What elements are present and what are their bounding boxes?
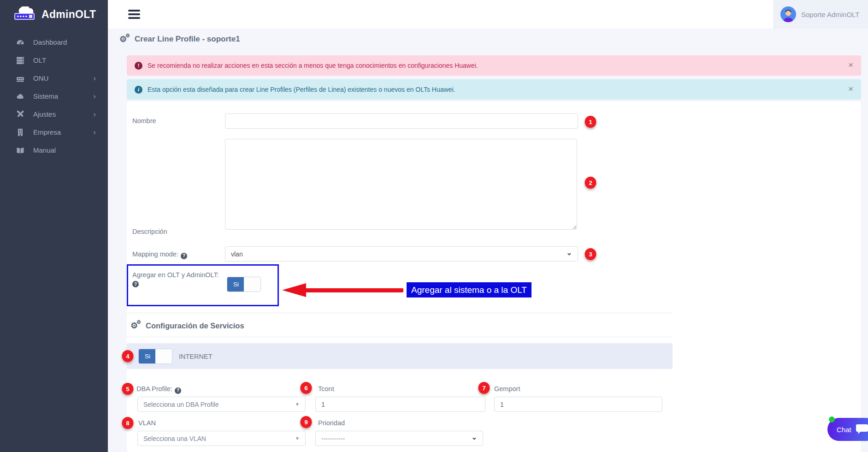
services-heading-row: ⚙⚙ Configuración de Servicios [130, 321, 244, 330]
sistema-icon [16, 92, 25, 101]
sidebar-item-label: Ajustes [33, 110, 56, 118]
prioridad-label: Prioridad [318, 419, 345, 427]
dropdown-arrow-icon: ▼ [295, 436, 300, 441]
toggle-on-label: Si [139, 349, 156, 363]
sidebar-item-label: ONU [33, 74, 48, 82]
alert-info-text: Esta opción esta diseñada para crear Lin… [148, 86, 455, 93]
sidebar-item-olt[interactable]: OLT [0, 51, 108, 69]
gemport-input[interactable] [494, 397, 662, 412]
divider [127, 337, 673, 337]
dashboard-icon [16, 38, 25, 47]
sidebar-item-manual[interactable]: Manual [0, 141, 108, 159]
topbar: Soporte AdminOLT [108, 0, 868, 29]
manual-icon [16, 146, 25, 155]
nombre-label: Nombre [132, 117, 156, 125]
user-menu[interactable]: Soporte AdminOLT [773, 0, 868, 29]
toggle-on-label: Si [227, 277, 245, 291]
vlan-select[interactable]: Selecciona una VLAN ▼ [137, 431, 306, 446]
sidebar-item-sistema[interactable]: Sistema › [0, 87, 108, 105]
annotation-badge-9: 9 [301, 416, 312, 428]
mapping-mode-select[interactable]: vlan ⌄ [225, 246, 578, 262]
internet-label: INTERNET [179, 353, 213, 360]
dba-profile-value: Selecciona un DBA Profile [143, 401, 218, 408]
tcont-label: Tcont [318, 385, 334, 393]
help-icon[interactable]: ? [181, 253, 187, 259]
sidebar-item-label: Dashboard [33, 38, 67, 46]
prioridad-value: ----------- [321, 435, 345, 442]
chat-bubble-icon [856, 423, 868, 435]
chevron-right-icon: › [93, 110, 96, 118]
prioridad-select[interactable]: ----------- ⌄ [315, 431, 483, 446]
ajustes-icon [16, 110, 25, 119]
close-icon[interactable]: × [848, 84, 853, 94]
nombre-input[interactable] [225, 113, 578, 129]
vlan-value: Selecciona una VLAN [143, 435, 206, 442]
descripcion-label: Descripción [132, 228, 167, 235]
dba-profile-label: DBA Profile:? [136, 385, 181, 394]
agregar-toggle[interactable]: Si [227, 277, 261, 292]
sidebar-item-label: Empresa [33, 128, 61, 136]
menu-toggle-button[interactable] [128, 10, 140, 21]
divider [127, 313, 673, 313]
sidebar-item-label: Sistema [33, 92, 58, 100]
gemport-label: Gemport [494, 385, 520, 393]
internet-toggle[interactable]: Si [138, 349, 172, 364]
vlan-label: VLAN [138, 419, 156, 427]
agregar-label: Agregar en OLT y AdminOLT: [132, 271, 219, 279]
chat-button[interactable]: Chat [827, 418, 868, 441]
chevron-right-icon: › [93, 74, 96, 82]
tcont-input[interactable] [315, 397, 485, 412]
content: ⚙⚙ Crear Line Profile - soporte1 ! Se re… [108, 29, 868, 452]
sidebar: AdminOLT Dashboard OLT ONU › Sist [0, 0, 108, 452]
annotation-badge-2: 2 [585, 177, 596, 189]
dba-profile-select[interactable]: Selecciona un DBA Profile ▼ [137, 397, 306, 412]
sidebar-item-ajustes[interactable]: Ajustes › [0, 105, 108, 123]
sidebar-item-empresa[interactable]: Empresa › [0, 123, 108, 141]
mapping-mode-label: Mapping mode:? [132, 250, 187, 259]
page-title-row: ⚙⚙ Crear Line Profile - soporte1 [108, 29, 868, 50]
help-icon[interactable]: ? [132, 281, 139, 287]
avatar [780, 6, 796, 22]
mapping-mode-value: vlan [231, 250, 243, 258]
annotation-arrow-head [282, 283, 306, 297]
dropdown-arrow-icon: ▼ [295, 402, 300, 407]
alert-danger-text: Se recomienda no realizar acciones en es… [148, 62, 478, 69]
annotation-arrow [305, 288, 403, 292]
sidebar-item-onu[interactable]: ONU › [0, 69, 108, 87]
gears-icon: ⚙⚙ [130, 321, 142, 330]
sidebar-item-dashboard[interactable]: Dashboard [0, 33, 108, 51]
onu-icon [16, 74, 25, 83]
annotation-text: Agregar al sistema o a la OLT [407, 282, 531, 297]
annotation-badge-1: 1 [585, 116, 596, 128]
sidebar-nav: Dashboard OLT ONU › Sistema › [0, 33, 108, 159]
chat-label: Chat [837, 426, 851, 434]
line-profile-form-card: Nombre 1 2 Descripción Mapping mode:? vl… [127, 101, 861, 452]
olt-icon [16, 56, 25, 65]
gears-icon: ⚙⚙ [119, 35, 130, 44]
info-icon: i [135, 86, 142, 94]
sidebar-item-label: Manual [33, 146, 56, 154]
descripcion-textarea[interactable] [225, 139, 577, 230]
close-icon[interactable]: × [848, 60, 853, 70]
online-status-dot [829, 416, 835, 422]
annotation-badge-5: 5 [122, 383, 134, 395]
sidebar-item-label: OLT [33, 56, 46, 64]
cloud-router-logo-icon [14, 6, 38, 22]
empresa-icon [16, 128, 25, 137]
toggle-off-half [155, 349, 172, 363]
alert-danger: ! Se recomienda no realizar acciones en … [127, 55, 861, 76]
annotation-badge-7: 7 [478, 382, 490, 394]
alert-info: i Esta opción esta diseñada para crear L… [127, 79, 861, 100]
toggle-off-half [244, 277, 260, 291]
annotation-badge-6: 6 [301, 382, 312, 394]
annotation-badge-4: 4 [122, 350, 134, 362]
page-title: Crear Line Profile - soporte1 [135, 35, 240, 44]
exclamation-icon: ! [135, 62, 142, 70]
main-area: Soporte AdminOLT ⚙⚙ Crear Line Profile -… [108, 0, 868, 452]
annotation-badge-8: 8 [122, 417, 134, 429]
user-name: Soporte AdminOLT [801, 11, 859, 18]
app-logo[interactable]: AdminOLT [0, 0, 108, 27]
app-logo-text: AdminOLT [41, 8, 96, 21]
annotation-box: Agregar en OLT y AdminOLT: ? Si [127, 264, 279, 306]
help-icon[interactable]: ? [175, 387, 181, 394]
